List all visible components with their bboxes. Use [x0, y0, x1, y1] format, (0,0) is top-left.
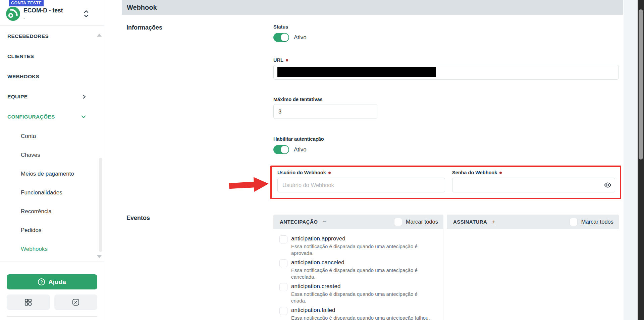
grid-icon — [24, 298, 32, 306]
account-subtitle: - — [23, 15, 83, 20]
webhook-password-label: Senha do Webhook — [452, 170, 615, 175]
panel-assinatura-header: ASSINATURA + Marcar todos — [447, 215, 619, 229]
sidebar: CONTA TESTE ECOM-D - test - RECEBEDORES … — [0, 0, 104, 320]
sidebar-scroll-up-arrow[interactable] — [97, 34, 102, 37]
auth-value: Ativo — [294, 146, 307, 153]
page-scrollbar-thumb[interactable] — [639, 9, 643, 159]
event-item: anticipation.canceled Essa notificação é… — [279, 259, 443, 280]
event-checkbox[interactable] — [279, 259, 287, 267]
section-label-informacoes: Informações — [126, 24, 273, 31]
event-name: anticipation.created — [291, 283, 432, 290]
event-item: anticipation.failed Essa notificação é d… — [279, 307, 443, 320]
required-dot — [499, 172, 502, 174]
sidebar-scroll-down-arrow[interactable] — [97, 255, 102, 258]
sidebar-subitem-recorrencia[interactable]: Recorrência — [0, 202, 104, 221]
section-eventos: Eventos ANTECIPAÇÃO − Marcar todos — [126, 215, 623, 320]
sidebar-item-label: WEBHOOKS — [7, 74, 39, 80]
panel-assinatura: ASSINATURA + Marcar todos — [447, 215, 619, 229]
main-content: Webhook Informações Status Ativo — [104, 0, 644, 320]
help-button-label: Ajuda — [48, 278, 66, 286]
sidebar-subitem-label: Pedidos — [21, 227, 41, 234]
sidebar-item-label: CONFIGURAÇÕES — [7, 114, 55, 120]
page-title: Webhook — [127, 4, 157, 11]
event-description: Essa notificação é disparada quando uma … — [291, 291, 432, 304]
sidebar-subitem-label: Meios de pagamento — [21, 171, 74, 177]
sidebar-subitem-chaves[interactable]: Chaves — [0, 146, 104, 165]
sidebar-item-recebedores[interactable]: RECEBEDORES — [0, 26, 104, 46]
select-all-label: Marcar todos — [406, 219, 438, 225]
sidebar-subitem-label: Conta — [21, 133, 36, 140]
sidebar-item-label: CLIENTES — [7, 53, 34, 59]
sidebar-nav: RECEBEDORES CLIENTES WEBHOOKS EQUIPE CON… — [0, 26, 104, 259]
highlight-box: Usuário do Webhook Senha do Webhook — [270, 166, 621, 199]
url-label: URL — [273, 57, 619, 63]
collapse-toggle[interactable]: − — [323, 219, 326, 225]
sidebar-subitem-conta[interactable]: Conta — [0, 127, 104, 146]
company-logo-icon — [6, 7, 20, 21]
webhook-form: Informações Status Ativo URL — [126, 24, 623, 320]
auth-label: Habilitar autenticação — [273, 136, 619, 142]
sidebar-scrollbar-thumb[interactable] — [99, 158, 102, 252]
auth-toggle[interactable] — [273, 145, 289, 154]
max-attempts-input[interactable] — [273, 104, 377, 119]
expand-toggle[interactable]: + — [492, 219, 495, 225]
sidebar-subitem-webhooks[interactable]: Webhooks — [0, 240, 104, 259]
panel-title: ANTECIPAÇÃO — [280, 219, 318, 225]
event-checkbox[interactable] — [279, 235, 287, 243]
help-button[interactable]: ? Ajuda — [7, 274, 97, 289]
page-scrollbar[interactable] — [638, 0, 644, 320]
event-panels: ANTECIPAÇÃO − Marcar todos a — [273, 215, 619, 320]
panel-antecipacao: ANTECIPAÇÃO − Marcar todos a — [273, 215, 443, 320]
account-name: ECOM-D - test — [23, 7, 83, 14]
sidebar-subitem-label: Webhooks — [21, 246, 48, 253]
sidebar-item-webhooks[interactable]: WEBHOOKS — [0, 66, 104, 87]
event-description: Essa notificação é disparada quando uma … — [291, 243, 432, 257]
toggle-knob — [281, 34, 288, 41]
sidebar-item-equipe[interactable]: EQUIPE — [0, 87, 104, 107]
url-input-wrap — [273, 65, 619, 80]
password-visibility-toggle[interactable] — [604, 181, 612, 189]
sidebar-subitem-meios-de-pagamento[interactable]: Meios de pagamento — [0, 165, 104, 183]
sidebar-subitem-label: Funcionalidades — [21, 189, 62, 196]
toggle-knob — [281, 146, 288, 153]
sidebar-bottom-divider — [7, 316, 97, 317]
sidebar-subitem-funcionalidades[interactable]: Funcionalidades — [0, 183, 104, 202]
panel-antecipacao-header: ANTECIPAÇÃO − Marcar todos — [273, 215, 443, 229]
chevron-down-icon — [81, 115, 86, 119]
unfold-chevrons-icon[interactable] — [83, 9, 90, 18]
sidebar-subitem-pedidos[interactable]: Pedidos — [0, 221, 104, 240]
event-name: anticipation.failed — [291, 307, 430, 314]
status-toggle[interactable] — [273, 33, 289, 42]
sidebar-item-label: EQUIPE — [7, 94, 28, 100]
sidebar-item-configuracoes[interactable]: CONFIGURAÇÕES — [0, 107, 104, 127]
panel-antecipacao-body: anticipation.approved Essa notificação é… — [273, 229, 443, 320]
redacted-url-value — [277, 67, 436, 77]
section-informacoes: Informações Status Ativo URL — [126, 24, 623, 199]
webhook-user-input[interactable] — [277, 178, 445, 192]
sidebar-item-label: RECEBEDORES — [7, 33, 49, 39]
select-all-checkbox[interactable] — [394, 218, 402, 226]
eye-icon — [604, 181, 612, 189]
sidebar-item-clientes[interactable]: CLIENTES — [0, 46, 104, 66]
event-description: Essa notificação é disparada quando uma … — [291, 315, 430, 320]
status-label: Status — [273, 24, 619, 30]
event-checkbox[interactable] — [279, 307, 287, 315]
fees-percent-button[interactable] — [54, 294, 98, 310]
apps-grid-button[interactable] — [7, 294, 50, 310]
content-right-gutter — [624, 0, 638, 320]
required-dot — [286, 59, 288, 61]
webhook-password-field-group: Senha do Webhook — [452, 170, 615, 198]
sidebar-subitem-label: Recorrência — [21, 208, 52, 215]
annotation-arrow-bar — [229, 182, 255, 189]
status-toggle-row: Ativo — [273, 33, 619, 42]
informacoes-fields: Status Ativo URL Máxim — [273, 24, 619, 199]
event-checkbox[interactable] — [279, 283, 287, 291]
app-root: CONTA TESTE ECOM-D - test - RECEBEDORES … — [0, 0, 644, 320]
webhook-password-input[interactable] — [452, 178, 615, 192]
event-item: anticipation.approved Essa notificação é… — [279, 235, 443, 257]
annotation-arrow-head — [254, 176, 269, 192]
max-attempts-label: Máximo de tentativas — [273, 97, 619, 102]
select-all-checkbox[interactable] — [570, 218, 578, 226]
webhook-user-field-group: Usuário do Webhook — [277, 170, 445, 198]
panel-title: ASSINATURA — [453, 219, 487, 225]
